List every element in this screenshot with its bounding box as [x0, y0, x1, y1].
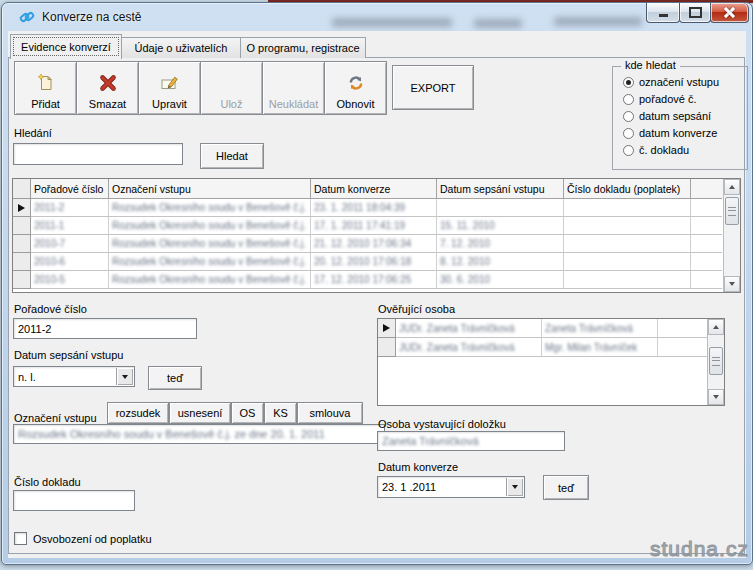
radio-icon — [623, 111, 634, 122]
cell-text: 15. 11. 2010 — [440, 220, 495, 231]
records-grid-header: Pořadové číslo Označení vstupu Datum kon… — [13, 179, 740, 199]
cislo-dokladu-input[interactable] — [13, 490, 135, 511]
chevron-down-icon — [122, 375, 128, 379]
search-input[interactable] — [13, 143, 183, 165]
arrow-up-icon — [729, 185, 735, 189]
datum-sepsani-now-button[interactable]: teď — [148, 366, 202, 390]
overujici-grid-scrollbar[interactable] — [707, 319, 724, 405]
toolbar-button-label: Neukládat — [269, 98, 319, 110]
maximize-button[interactable] — [679, 3, 711, 23]
client-area: Evidence konverzí Údaje o uživatelích O … — [8, 31, 746, 558]
scroll-up-button[interactable] — [724, 179, 740, 195]
quick-button-label: OS — [240, 407, 256, 419]
records-grid-scrollbar[interactable] — [723, 179, 740, 292]
combobox-dropdown-button[interactable] — [116, 368, 133, 385]
row-selector — [13, 253, 31, 271]
save-button: Ulož — [200, 61, 263, 115]
maximize-icon — [689, 7, 702, 18]
column-header[interactable]: Datum sepsání vstupu — [437, 179, 564, 199]
table-row[interactable]: 2010-5 Rozsudek Okresního soudu v Benešo… — [13, 271, 740, 289]
table-row[interactable]: 2011-1 Rozsudek Okresního soudu v Benešo… — [13, 217, 740, 235]
arrow-down-icon — [729, 282, 735, 286]
title-bar[interactable]: Konverze na cestě — [2, 3, 752, 31]
close-button[interactable] — [710, 3, 749, 23]
datum-konverze-now-button[interactable]: teď — [543, 475, 589, 500]
quick-button-ks[interactable]: KS — [264, 402, 297, 424]
search-button[interactable]: Hledat — [200, 143, 264, 169]
cell-text: Rozsudek Okresního soudu v Benešově č.j. — [112, 220, 306, 231]
table-row[interactable]: 2011-2 Rozsudek Okresního soudu v Benešo… — [13, 199, 740, 217]
column-header[interactable]: Datum konverze — [311, 179, 437, 199]
row-selector — [378, 338, 396, 357]
combobox-dropdown-button[interactable] — [506, 478, 523, 496]
edit-pencil-icon — [160, 73, 180, 95]
quick-button-usneseni[interactable]: usnesení — [169, 402, 231, 424]
export-button[interactable]: EXPORT — [392, 65, 474, 110]
checkbox-icon[interactable] — [14, 532, 27, 545]
cell-text: Mgr. Milan Trávníček — [545, 342, 637, 353]
osoba-vystavujici-label: Osoba vystavující doložku — [378, 418, 506, 430]
quick-button-os[interactable]: OS — [231, 402, 264, 424]
cell-text: Zaneta Trávníčková — [545, 323, 633, 334]
radio-c-dokladu[interactable]: č. dokladu — [623, 143, 689, 157]
table-row[interactable]: 2010-7 Rozsudek Okresního soudu v Benešo… — [13, 235, 740, 253]
radio-oznaceni-vstupu[interactable]: označení vstupu — [623, 75, 719, 89]
chevron-down-icon — [512, 485, 518, 489]
minimize-button[interactable] — [646, 3, 680, 23]
edit-button[interactable]: Upravit — [138, 61, 201, 115]
column-header[interactable]: Pořadové číslo — [31, 179, 109, 199]
table-row[interactable]: 2010-6 Rozsudek Okresního soudu v Benešo… — [13, 253, 740, 271]
cell-text: 23. 1. 2011 18:04:39 — [314, 202, 405, 213]
table-row[interactable]: JUDr. Zaneta Trávníčková Mgr. Milan Tráv… — [378, 338, 724, 357]
cell-text: 30. 6. 2010 — [440, 274, 490, 285]
overujici-osoba-grid[interactable]: JUDr. Zaneta Trávníčková Zaneta Trávníčk… — [377, 318, 725, 406]
search-label: Hledání — [14, 127, 52, 139]
poradove-cislo-input[interactable] — [13, 318, 197, 339]
thumb-grip-icon — [712, 357, 720, 366]
osvobozeni-checkbox-row[interactable]: Osvobození od poplatku — [14, 532, 152, 545]
thumb-grip-icon — [728, 207, 736, 216]
where-search-groupbox: kde hledat označení vstupu pořadové č. d… — [612, 66, 748, 170]
scrollbar-thumb[interactable] — [725, 197, 739, 225]
radio-datum-sepsani[interactable]: datum sepsání — [623, 109, 711, 123]
column-header[interactable]: Označení vstupu — [109, 179, 311, 199]
cell-text: 2010-6 — [34, 256, 65, 267]
refresh-button[interactable]: Obnovit — [324, 61, 387, 115]
column-header[interactable]: Číslo dokladu (poplatek) — [564, 179, 691, 199]
scroll-down-button[interactable] — [708, 389, 724, 405]
radio-label: pořadové č. — [639, 93, 696, 105]
oznaceni-vstupu-input[interactable]: Rozsudek Okresního soudu v Benešově č.j.… — [13, 424, 385, 444]
close-icon — [724, 7, 735, 18]
radio-label: č. dokladu — [639, 144, 689, 156]
arrow-up-icon — [713, 325, 719, 329]
radio-poradove-c[interactable]: pořadové č. — [623, 92, 696, 106]
datum-konverze-combobox[interactable]: 23. 1 .2011 — [377, 476, 525, 498]
datum-sepsani-combobox[interactable]: n. l. — [13, 366, 135, 387]
column-header-filler — [691, 179, 722, 199]
radio-icon — [623, 77, 634, 88]
scroll-down-button[interactable] — [724, 276, 740, 292]
tab-o-programu-registrace[interactable]: O programu, registrace — [240, 37, 366, 58]
add-button[interactable]: Přidat — [14, 61, 77, 115]
quick-button-rozsudek[interactable]: rozsudek — [107, 402, 169, 424]
row-selector — [13, 217, 31, 235]
tab-label: Evidence konverzí — [21, 41, 111, 53]
tab-udaje-o-uzivatelich[interactable]: Údaje o uživatelích — [121, 37, 241, 58]
table-row[interactable]: JUDr. Zaneta Trávníčková Zaneta Trávníčk… — [378, 319, 724, 338]
tab-evidence-konverzi[interactable]: Evidence konverzí — [10, 34, 122, 59]
overujici-osoba-label: Ověřující osoba — [378, 303, 455, 315]
arrow-down-icon — [713, 395, 719, 399]
toolbar-button-label: Ulož — [220, 98, 242, 110]
scrollbar-thumb[interactable] — [709, 347, 723, 375]
records-grid[interactable]: Pořadové číslo Označení vstupu Datum kon… — [12, 178, 741, 293]
now-button-label: teď — [167, 372, 183, 384]
radio-datum-konverze[interactable]: datum konverze — [623, 126, 717, 140]
scroll-up-button[interactable] — [708, 319, 724, 335]
combobox-value: n. l. — [18, 371, 36, 383]
input-value: Rozsudek Okresního soudu v Benešově č.j.… — [18, 428, 325, 440]
delete-button[interactable]: Smazat — [76, 61, 139, 115]
osoba-vystavujici-input[interactable]: Zaneta Trávníčková — [377, 431, 565, 451]
quick-button-smlouva[interactable]: smlouva — [297, 402, 363, 424]
row-selector — [13, 271, 31, 289]
datum-sepsani-label: Datum sepsání vstupu — [14, 349, 123, 361]
